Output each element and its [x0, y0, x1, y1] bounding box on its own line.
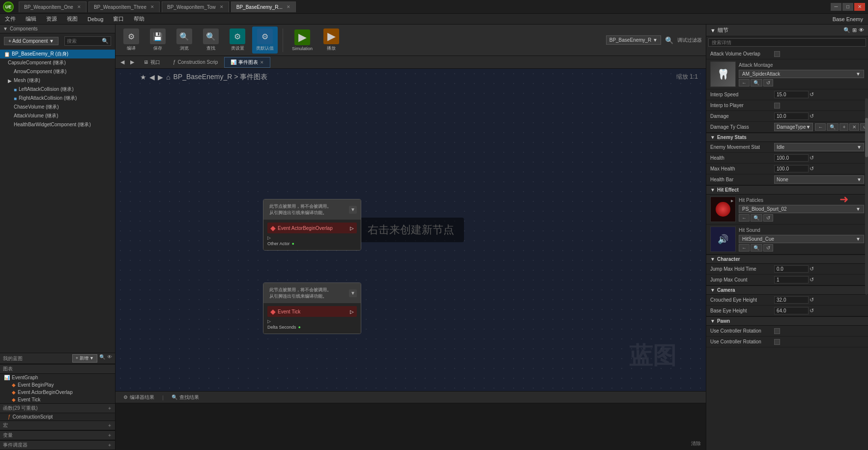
component-search-input[interactable]	[67, 38, 102, 44]
add-component-button[interactable]: + Add Component ▼	[4, 37, 58, 45]
event-begin-play[interactable]: ◆ Event BeginPlay	[0, 381, 115, 389]
panel-collapse-icon[interactable]: ▼	[3, 26, 8, 31]
details-search-input[interactable]	[712, 40, 863, 45]
max-health-input[interactable]	[774, 165, 809, 172]
comp-mesh[interactable]: ▶ Mesh (继承)	[0, 76, 115, 85]
damage-class-search-button[interactable]: 🔍	[827, 123, 839, 131]
add-macro-icon[interactable]: ＋	[107, 422, 112, 429]
damage-class-add-button[interactable]: +	[839, 123, 848, 131]
nav-forward-icon[interactable]: ▶	[158, 73, 163, 81]
node-collapse-button[interactable]: ▼	[349, 206, 357, 214]
hit-sound-refresh-button[interactable]: ↺	[763, 244, 773, 252]
menu-edit[interactable]: 编辑	[24, 14, 38, 24]
other-actor-pin[interactable]: Other Actor ●	[267, 241, 357, 246]
comp-chase-volume[interactable]: ChaseVolume (继承)	[0, 103, 115, 112]
camera-section[interactable]: ▼ Camera	[706, 285, 868, 295]
comp-base-enemy[interactable]: 📋 BP_BaseEnemy_R (自身)	[0, 50, 115, 58]
attack-montage-back-button[interactable]: ←	[739, 79, 750, 86]
save-button[interactable]: 💾 保存	[146, 27, 170, 54]
reset-icon7[interactable]: ↺	[810, 297, 814, 303]
menu-help[interactable]: 帮助	[132, 14, 146, 24]
hit-paticles-refresh-button[interactable]: ↺	[763, 214, 773, 222]
comp-left-attack[interactable]: ■ LeftAttackCollision (继承)	[0, 85, 115, 94]
tab-nav-back[interactable]: ◀	[117, 58, 127, 66]
scrollbar-thumb[interactable]	[865, 118, 868, 157]
use-controller-rotation1-checkbox[interactable]	[774, 328, 780, 334]
jump-max-count-input[interactable]	[774, 276, 809, 283]
details-search-bar[interactable]	[708, 38, 866, 47]
eye-icon[interactable]: 👁	[107, 354, 112, 363]
damage-input[interactable]	[774, 112, 809, 120]
tab-weapon-three[interactable]: BP_WeaponItem_Three ✕	[88, 1, 160, 12]
collapse-icon[interactable]: ▼	[710, 28, 716, 33]
browse-button[interactable]: 🔍 浏览	[173, 27, 196, 54]
hit-paticles-search-button[interactable]: 🔍	[751, 214, 762, 222]
tab-nav-forward[interactable]: ▶	[127, 58, 137, 66]
bp-dropdown[interactable]: BP_BaseEnemy_R ▼	[606, 35, 661, 45]
comp-capsule[interactable]: CapsuleComponent (继承)	[0, 58, 115, 67]
compile-button[interactable]: ⚙ 编译	[119, 27, 143, 54]
tab-weapon-one[interactable]: BP_WeaponItem_One ✕	[19, 1, 87, 12]
tab-compiler-results[interactable]: ⚙ 编译器结果	[117, 393, 160, 402]
enemy-stats-section[interactable]: ▼ Enemy Stats	[706, 133, 868, 142]
add-dispatcher-icon[interactable]: ＋	[107, 442, 112, 449]
nav-star-icon[interactable]: ★	[140, 73, 146, 81]
debug-filter-icon[interactable]: 🔍	[663, 34, 675, 46]
hit-sound-search-button[interactable]: 🔍	[751, 244, 762, 252]
blueprint-canvas[interactable]: ★ ◀ ▶ ⌂ BP_BaseEnemy_R > 事件图表 缩放 1:1 右击来…	[116, 69, 706, 391]
attack-montage-search-button[interactable]: 🔍	[751, 79, 762, 86]
enemy-movement-stat-dropdown[interactable]: Idle ▼	[774, 143, 864, 151]
use-controller-rotation2-checkbox[interactable]	[774, 339, 780, 345]
details-grid-icon[interactable]: ⊞	[852, 27, 857, 33]
find-button[interactable]: 🔍 查找	[199, 27, 223, 54]
reset-icon2[interactable]: ↺	[810, 113, 814, 119]
clear-button[interactable]: 清除	[691, 440, 701, 447]
event-actor-begin-overlap[interactable]: ◆ Event ActorBeginOverlap	[0, 389, 115, 396]
tab-find-results[interactable]: 🔍 查找结果	[166, 393, 205, 402]
health-input[interactable]	[774, 154, 809, 162]
details-eye-icon[interactable]: 👁	[859, 27, 864, 33]
damage-class-clear-button[interactable]: ✕	[849, 123, 859, 131]
event-tick[interactable]: ◆ Event Tick	[0, 396, 115, 403]
hit-sound-back-button[interactable]: ←	[739, 244, 750, 252]
menu-debug[interactable]: Debug	[86, 15, 105, 23]
delta-seconds-pin[interactable]: Delta Seconds ●	[267, 325, 357, 330]
health-bar-dropdown[interactable]: None ▼	[774, 175, 864, 184]
graph-event-graph[interactable]: 📊 EventGraph	[0, 374, 115, 381]
base-eye-height-input[interactable]	[774, 307, 809, 314]
character-section[interactable]: ▼ Character	[706, 254, 868, 264]
maximize-button[interactable]: □	[842, 3, 853, 11]
tab-construction-script[interactable]: ƒ Construction Scrip	[167, 57, 224, 67]
details-search-icon[interactable]: 🔍	[843, 27, 850, 33]
menu-window[interactable]: 窗口	[111, 14, 126, 24]
reset-icon[interactable]: ↺	[810, 91, 814, 98]
tab-event-graph[interactable]: 📊 事件图表 ✕	[224, 57, 270, 68]
node-event-tick[interactable]: 此节点被禁用，将不会被调用。从引脚连出引线来编译功能。 ▼ ◆ Event Ti…	[263, 282, 361, 334]
node-collapse-button2[interactable]: ▼	[349, 289, 357, 297]
damage-class-back-button[interactable]: ←	[815, 123, 826, 131]
jump-max-hold-time-input[interactable]	[774, 265, 809, 273]
minimize-button[interactable]: ─	[831, 3, 841, 11]
class-settings-button[interactable]: ⚙ 类设置	[226, 27, 249, 54]
tab-close-icon[interactable]: ✕	[77, 4, 81, 9]
tab-close-icon[interactable]: ✕	[287, 4, 290, 9]
simulation-button[interactable]: ▶ Simulation	[288, 28, 317, 53]
nav-back-icon[interactable]: ◀	[149, 73, 155, 81]
attack-montage-refresh-button[interactable]: ↺	[763, 79, 773, 86]
play-button[interactable]: ▶ 播放	[319, 27, 343, 54]
hit-paticles-back-button[interactable]: ←	[739, 214, 750, 222]
tab-close-icon[interactable]: ✕	[260, 60, 264, 65]
reset-icon8[interactable]: ↺	[810, 308, 814, 314]
crouched-eye-height-input[interactable]	[774, 296, 809, 304]
damage-ty-class-dropdown[interactable]: DamageType ▼	[774, 123, 813, 131]
reset-icon3[interactable]: ↺	[810, 155, 814, 161]
node-actor-begin-overlap[interactable]: 此节点被禁用，将不会被调用。从引脚连出引线来编译功能。 ▼ ◆ Event Ac…	[263, 199, 361, 251]
tab-base-enemy[interactable]: BP_BaseEnemy_R... ✕	[231, 1, 296, 12]
tab-viewport[interactable]: 🖥 视口	[137, 57, 167, 68]
function-construction-script[interactable]: ƒ ConstructionScript	[0, 413, 115, 421]
interp-speed-input[interactable]	[774, 91, 809, 98]
search-icon2[interactable]: 🔍	[99, 354, 105, 363]
tab-close-icon[interactable]: ✕	[150, 4, 154, 9]
tab-close-icon[interactable]: ✕	[220, 4, 224, 9]
menu-file[interactable]: 文件	[3, 14, 18, 24]
